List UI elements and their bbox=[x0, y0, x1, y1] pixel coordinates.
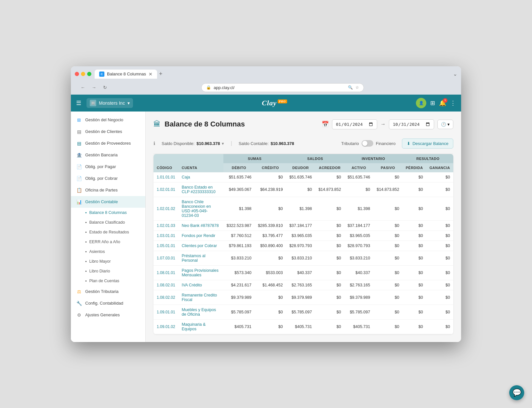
cell-pasivo: $0 bbox=[373, 241, 403, 251]
main-content: 🏛 Balance de 8 Columnas 📅 → 🕐 ▾ bbox=[146, 112, 461, 342]
sidebar-icon-eerr: ▪ bbox=[85, 240, 86, 244]
more-options-icon[interactable]: ⋮ bbox=[450, 99, 456, 107]
cell-perdida: $0 bbox=[403, 220, 426, 230]
sidebar-sub-balance-clasif[interactable]: ▪ Balance Clasificado bbox=[71, 217, 145, 227]
cell-cuenta[interactable]: Maquinaria & Equipos bbox=[179, 319, 223, 334]
close-button[interactable] bbox=[75, 72, 79, 76]
cell-debito: $3.833.210 bbox=[223, 251, 255, 265]
date-to-input[interactable] bbox=[389, 119, 434, 129]
new-tab-button[interactable]: + bbox=[159, 71, 163, 77]
divider: | bbox=[231, 140, 232, 146]
sidebar-sub-estado-resultados[interactable]: ▪ Estado de Resultados bbox=[71, 227, 145, 237]
company-icon: 🏢 bbox=[90, 100, 96, 106]
date-from-input[interactable] bbox=[332, 119, 377, 129]
cell-cuenta[interactable]: Caja bbox=[179, 172, 223, 182]
cell-perdida: $0 bbox=[403, 251, 426, 265]
cell-debito: $322.523.987 bbox=[223, 220, 255, 230]
forward-button[interactable]: → bbox=[90, 83, 98, 92]
cell-perdida: $0 bbox=[403, 241, 426, 251]
clients-icon: ▤ bbox=[76, 129, 82, 135]
browser-window: C Balance 8 Columnas ✕ + ⌄ ← → ↻ 🔒 app.c… bbox=[71, 66, 461, 342]
cell-cuenta[interactable]: Pagos Provisionales Mensuales bbox=[179, 265, 223, 280]
time-filter-button[interactable]: 🕐 ▾ bbox=[437, 120, 453, 129]
notification-badge: 5 bbox=[443, 98, 447, 103]
sidebar-sub-eerr[interactable]: ▪ EERR Año a Año bbox=[71, 237, 145, 247]
hamburger-menu-icon[interactable]: ☰ bbox=[76, 99, 81, 107]
sidebar-label-ajustes: Ajustes Generales bbox=[85, 312, 120, 317]
address-bar[interactable]: 🔒 app.clay.cl/ 🔍 ☆ bbox=[201, 83, 364, 92]
cell-activo: $3.833.210 bbox=[344, 251, 374, 265]
cell-activo: $37.184.177 bbox=[344, 220, 374, 230]
sidebar-sub-libro-mayor[interactable]: ▪ Libro Mayor bbox=[71, 257, 145, 266]
bookmark-icon: ☆ bbox=[355, 85, 359, 90]
sidebar-item-oficina-partes[interactable]: 📋 Oficina de Partes bbox=[71, 184, 145, 196]
table-row: 1.09.01.01 Muebles y Equipos de Oficina … bbox=[153, 305, 453, 319]
download-balance-button[interactable]: ⬇ Descargar Balance bbox=[402, 138, 453, 149]
th-activo: ACTIVO bbox=[344, 163, 374, 172]
th-credito: CRÉDITO bbox=[255, 163, 286, 172]
cell-acreedor: $0 bbox=[315, 220, 344, 230]
tab-close-button[interactable]: ✕ bbox=[149, 72, 153, 76]
sidebar-icon-estado: ▪ bbox=[85, 230, 86, 234]
maximize-button[interactable] bbox=[87, 72, 91, 76]
cell-cuenta[interactable]: IVA Crédito bbox=[179, 280, 223, 290]
sidebar-item-ajustes-generales[interactable]: ⚙ Ajustes Generales bbox=[71, 309, 145, 321]
th-cuenta: CUENTA bbox=[179, 163, 223, 172]
cell-pasivo: $0 bbox=[373, 230, 403, 241]
sidebar-item-config-contabilidad[interactable]: 🔧 Config. Contabilidad bbox=[71, 297, 145, 309]
apps-icon[interactable]: ⊞ bbox=[430, 99, 435, 107]
cell-cuenta[interactable]: Muebles y Equipos de Oficina bbox=[179, 305, 223, 319]
cell-debito: $4.231.617 bbox=[223, 280, 255, 290]
cell-cuenta[interactable]: Neo Bank #8787878 bbox=[179, 220, 223, 230]
avatar[interactable]: 👤 bbox=[416, 98, 426, 108]
table-row: 1.02.01.03 Neo Bank #8787878 $322.523.98… bbox=[153, 220, 453, 230]
cell-credito: $285.339.810 bbox=[255, 220, 286, 230]
cell-cuenta[interactable]: Clientes por Cobrar bbox=[179, 241, 223, 251]
company-selector[interactable]: 🏢 Monsters Inc ▾ bbox=[86, 98, 133, 108]
info-icon: ℹ bbox=[153, 141, 155, 146]
cell-credito: $0 bbox=[255, 172, 286, 182]
tab-bar: C Balance 8 Columnas ✕ + ⌄ bbox=[95, 70, 457, 79]
saldo-dropdown-icon[interactable]: ▾ bbox=[222, 141, 224, 146]
sidebar-sub-balance-8[interactable]: ▪ Balance 8 Columnas bbox=[71, 208, 145, 217]
cell-credito: $0 bbox=[255, 290, 286, 305]
cell-activo: $405.731 bbox=[344, 319, 374, 334]
cell-cuenta[interactable]: Préstamos al Personal bbox=[179, 251, 223, 265]
cell-cuenta[interactable]: Remanente Credito Fiscal bbox=[179, 290, 223, 305]
tab-favicon: C bbox=[99, 72, 104, 77]
nav-center: ClayPRO bbox=[133, 99, 416, 107]
cell-cuenta[interactable]: Fondos por Rendir bbox=[179, 230, 223, 241]
sidebar-item-gestion-bancaria[interactable]: 🏦 Gestión Bancaria bbox=[71, 149, 145, 161]
table-row: 1.09.01.02 Maquinaria & Equipos $405.731… bbox=[153, 319, 453, 334]
sidebar-sub-asientos[interactable]: ▪ Asientos bbox=[71, 247, 145, 257]
back-button[interactable]: ← bbox=[79, 83, 87, 92]
sidebar-label-balance8: Balance 8 Columnas bbox=[89, 210, 126, 215]
tab-expand-button[interactable]: ⌄ bbox=[453, 71, 457, 77]
sidebar-item-oblig-pagar[interactable]: 📄 Oblig. por Pagar bbox=[71, 161, 145, 173]
sidebar-item-gestion-negocio[interactable]: ⊞ Gestión del Negocio bbox=[71, 114, 145, 126]
table-row: 1.01.01.01 Caja $51.635.746 $0 $51.635.7… bbox=[153, 172, 453, 182]
sidebar-item-gestion-tributaria[interactable]: ⚖ Gestión Tributaria bbox=[71, 286, 145, 297]
sidebar-label-oblig-cobrar: Oblig. por Cobrar bbox=[85, 176, 118, 181]
tributario-financiero-toggle[interactable] bbox=[362, 140, 373, 147]
cell-ganancia: $0 bbox=[426, 172, 453, 182]
reload-button[interactable]: ↻ bbox=[101, 83, 109, 92]
cell-perdida: $0 bbox=[403, 230, 426, 241]
notifications-icon[interactable]: 🔔 5 bbox=[439, 99, 446, 107]
sidebar-item-gestion-contable[interactable]: 📊 Gestión Contable bbox=[71, 196, 145, 208]
cell-codigo: 1.05.01.01 bbox=[153, 241, 179, 251]
minimize-button[interactable] bbox=[81, 72, 85, 76]
chat-bubble-button[interactable]: 💬 bbox=[509, 385, 524, 400]
sidebar-sub-plan-cuentas[interactable]: ▪ Plan de Cuentas bbox=[71, 276, 145, 286]
toggle-thumb bbox=[362, 141, 367, 146]
sidebar-item-gestion-clientes[interactable]: ▤ Gestión de Clientes bbox=[71, 126, 145, 138]
office-icon: 📋 bbox=[76, 187, 82, 193]
sidebar-item-gestion-proveedores[interactable]: ▤ Gestión de Proveedores bbox=[71, 138, 145, 149]
cell-acreedor: $0 bbox=[315, 280, 344, 290]
sidebar-item-oblig-cobrar[interactable]: 📄 Oblig. por Cobrar bbox=[71, 173, 145, 184]
cell-cuenta[interactable]: Banco Chile Banconexion en USD #05-049-0… bbox=[179, 197, 223, 220]
sidebar-sub-libro-diario[interactable]: ▪ Libro Diario bbox=[71, 266, 145, 276]
active-tab[interactable]: C Balance 8 Columnas ✕ bbox=[95, 70, 157, 79]
cell-cuenta[interactable]: Banco Estado en CLP #2233333310 bbox=[179, 182, 223, 197]
cell-acreedor: $0 bbox=[315, 230, 344, 241]
